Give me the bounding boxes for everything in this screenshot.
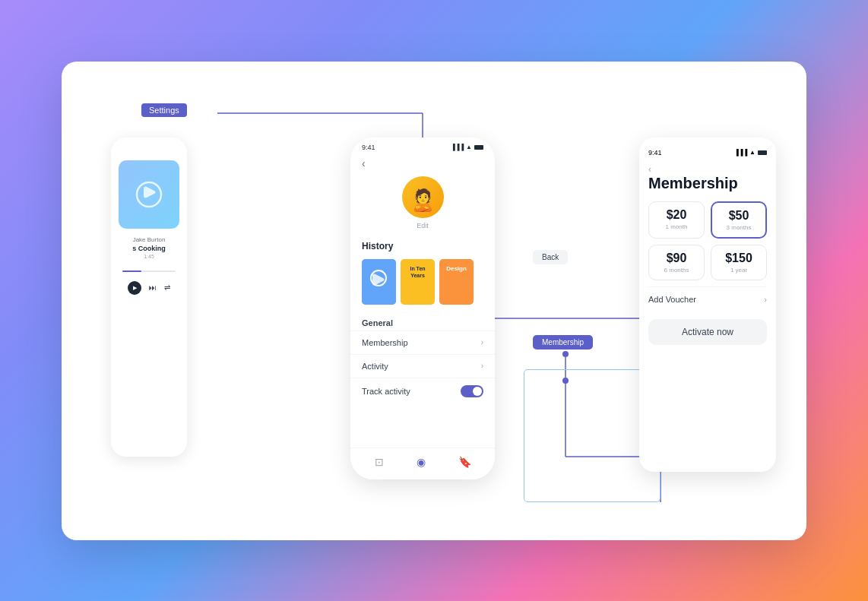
player-controls: ▶ ⏭ ⇌: [119, 281, 179, 295]
bottom-nav: ⊡ ◉ 🔖: [350, 448, 495, 479]
track-activity-menu-item[interactable]: Track activity: [350, 378, 495, 404]
membership-status-bar: 9:41 ▐▐▐ ▲: [648, 149, 767, 157]
album-cover: [119, 160, 179, 229]
membership-menu-item[interactable]: Membership ›: [350, 331, 495, 354]
play-button[interactable]: ▶: [128, 281, 141, 295]
svg-point-5: [562, 351, 569, 357]
price-card-1year[interactable]: $150 1 year: [711, 245, 767, 280]
activate-button[interactable]: Activate now: [648, 319, 767, 345]
history-title: History: [350, 237, 495, 255]
price-card-6months[interactable]: $90 6 months: [648, 245, 705, 280]
center-phone: 9:41 ▐▐▐ ▲ ‹ 🙎 Edit History: [350, 138, 495, 479]
membership-flow-button[interactable]: Membership: [533, 335, 593, 350]
membership-title: Membership: [648, 175, 767, 192]
track-activity-toggle[interactable]: [461, 385, 483, 397]
book-row: In TenYears Design: [350, 255, 495, 312]
artist-name: Jake Burton: [119, 236, 179, 243]
settings-label: Settings: [141, 103, 187, 117]
membership-time: 9:41: [648, 149, 662, 157]
nav-icon-profile[interactable]: ◉: [417, 456, 426, 468]
general-section-title: General: [350, 312, 495, 331]
next-button[interactable]: ⏭: [149, 283, 157, 292]
book-card-2[interactable]: In TenYears: [401, 259, 435, 305]
back-arrow[interactable]: ‹: [350, 154, 495, 172]
book-card-3[interactable]: Design: [439, 259, 474, 305]
membership-panel: 9:41 ▐▐▐ ▲ ‹ Membership $20 1 month $50 …: [639, 138, 776, 472]
membership-back-arrow[interactable]: ‹: [648, 164, 767, 175]
time-display: 9:41: [362, 144, 375, 151]
book-card-1[interactable]: [362, 259, 396, 305]
back-button[interactable]: Back: [533, 250, 568, 264]
avatar: 🙎: [402, 176, 444, 218]
avatar-section: 🙎 Edit: [350, 172, 495, 237]
status-bar: 9:41 ▐▐▐ ▲: [350, 138, 495, 154]
add-voucher-row[interactable]: Add Voucher ›: [648, 286, 767, 312]
svg-point-9: [562, 378, 569, 384]
price-grid: $20 1 month $50 3 months $90 6 months $1…: [648, 201, 767, 280]
progress-bar: [122, 270, 176, 272]
price-card-3months[interactable]: $50 3 months: [711, 201, 767, 239]
outer-card: Settings Back Membership Jake Burton s C…: [62, 62, 806, 540]
track-time: 1:45: [119, 254, 179, 259]
price-card-1month[interactable]: $20 1 month: [648, 201, 705, 239]
edit-label[interactable]: Edit: [417, 222, 429, 229]
activity-menu-item[interactable]: Activity ›: [350, 354, 495, 378]
nav-icon-bookmark[interactable]: 🔖: [458, 456, 471, 468]
shuffle-button[interactable]: ⇌: [164, 283, 170, 292]
voucher-chevron: ›: [764, 295, 767, 304]
left-phone: Jake Burton s Cooking 1:45 ▶ ⏭ ⇌: [111, 138, 187, 457]
track-name: s Cooking: [119, 245, 179, 252]
nav-icon-home[interactable]: ⊡: [375, 456, 384, 468]
status-icons: ▐▐▐ ▲: [451, 144, 483, 150]
